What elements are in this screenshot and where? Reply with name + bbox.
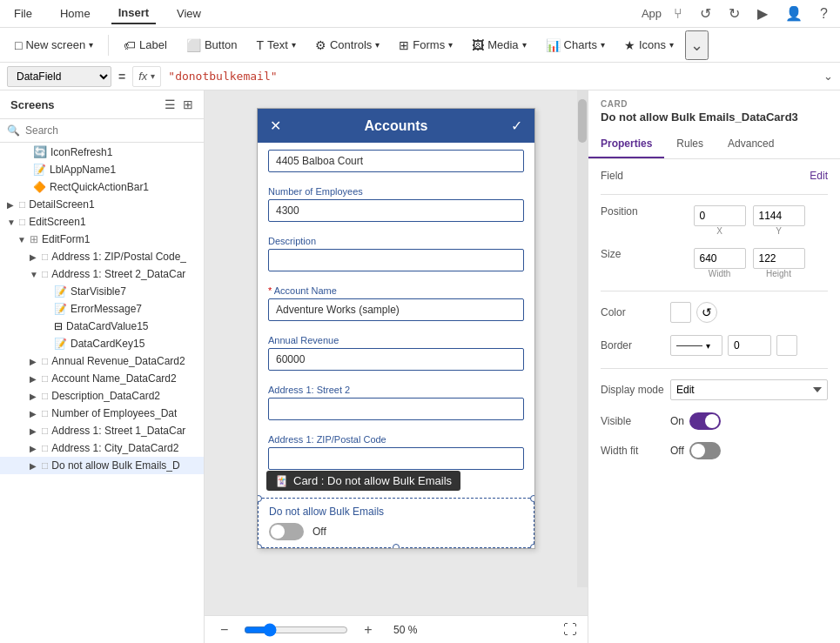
border-color-swatch[interactable]: [776, 335, 797, 356]
charts-button[interactable]: 📊 Charts ▾: [538, 34, 613, 57]
border-style-select[interactable]: ▾: [670, 335, 722, 356]
annual-revenue-input[interactable]: [268, 348, 524, 371]
handle-tl[interactable]: [258, 495, 262, 502]
zoom-out-btn[interactable]: −: [215, 620, 233, 640]
forms-chevron: ▾: [448, 40, 453, 50]
tree-item-datacardkey15[interactable]: 📝 DataCardKey15: [0, 335, 204, 352]
search-input[interactable]: [25, 124, 197, 137]
new-screen-button[interactable]: □ New screen ▾: [7, 34, 101, 57]
icons-btn-text: Icons: [639, 38, 666, 51]
tree-item-address1zip[interactable]: ▶ □ Address 1: ZIP/Postal Code_: [0, 248, 204, 265]
errormessage7-icon: 📝: [54, 303, 67, 315]
zoom-slider[interactable]: [244, 623, 348, 637]
new-screen-icon: □: [15, 38, 22, 52]
tree-item-accountname[interactable]: ▶ □ Account Name_DataCard2: [0, 370, 204, 387]
user-btn[interactable]: 👤: [780, 2, 808, 25]
tab-rules[interactable]: Rules: [664, 131, 716, 158]
pos-y-col: Y: [753, 205, 805, 236]
position-prop-value: X Y: [670, 205, 828, 236]
forms-icon: ⊞: [399, 38, 409, 52]
tree-item-numemployees[interactable]: ▶ □ Number of Employees_Dat: [0, 405, 204, 422]
size-width-input[interactable]: [694, 248, 746, 269]
pos-x-input[interactable]: [694, 205, 746, 226]
label-button[interactable]: 🏷 Label: [116, 34, 175, 57]
field-select[interactable]: DataField: [7, 66, 111, 87]
editscreen1-icon: □: [19, 216, 25, 228]
tree-item-starvisible7[interactable]: 📝 StarVisible7: [0, 283, 204, 300]
account-name-input[interactable]: [268, 298, 524, 321]
handle-br[interactable]: [530, 544, 534, 548]
form-close-btn[interactable]: ✕: [270, 117, 281, 134]
description-input[interactable]: [268, 249, 524, 271]
address1city-arrow: ▶: [30, 444, 42, 453]
undo-btn[interactable]: ↺: [695, 2, 716, 25]
tree-item-rectquick[interactable]: 🔶 RectQuickActionBar1: [0, 178, 204, 196]
handle-bl[interactable]: [258, 544, 262, 548]
tree-item-address1street2[interactable]: ▼ □ Address 1: Street 2_DataCar: [0, 265, 204, 283]
text-button[interactable]: T Text ▾: [249, 34, 304, 57]
address-input[interactable]: [268, 150, 524, 172]
fullscreen-btn[interactable]: ⛶: [563, 622, 577, 638]
field-edit-link[interactable]: Edit: [810, 170, 828, 182]
tree-item-errormessage7[interactable]: 📝 ErrorMessage7: [0, 300, 204, 318]
tree-item-donotallowbulk[interactable]: ▶ □ Do not allow Bulk Emails_D: [0, 457, 204, 474]
formula-input[interactable]: [168, 70, 816, 83]
card-type-label: CARD: [588, 90, 840, 111]
menu-view[interactable]: View: [170, 3, 208, 23]
tree-item-editscreen1[interactable]: ▼ □ EditScreen1: [0, 213, 204, 231]
tab-advanced[interactable]: Advanced: [716, 131, 786, 158]
forms-button[interactable]: ⊞ Forms ▾: [391, 34, 460, 57]
tree-item-datacardvalue15[interactable]: ⊟ DataCardValue15: [0, 318, 204, 335]
media-btn-text: Media: [487, 38, 518, 51]
position-inputs: X Y: [694, 205, 805, 236]
menu-home[interactable]: Home: [53, 3, 97, 23]
tree-item-editform1[interactable]: ▼ ⊞ EditForm1: [0, 231, 204, 248]
menu-file[interactable]: File: [7, 3, 39, 23]
tree-item-annualrev[interactable]: ▶ □ Annual Revenue_DataCard2: [0, 352, 204, 370]
icons-button[interactable]: ★ Icons ▾: [616, 34, 682, 57]
media-button[interactable]: 🖼 Media ▾: [464, 34, 534, 57]
list-view-btn[interactable]: ☰: [165, 97, 176, 111]
controls-chevron: ▾: [375, 40, 380, 50]
tree-item-lblappname1[interactable]: 📝 LblAppName1: [0, 161, 204, 178]
tree-item-detailscreen1[interactable]: ▶ □ DetailScreen1: [0, 196, 204, 213]
screens-actions: ☰ ⊞: [165, 97, 193, 111]
toggle-switch[interactable]: [269, 523, 304, 540]
size-height-input[interactable]: [753, 248, 805, 269]
color-picker-btn[interactable]: ↺: [696, 302, 717, 323]
tree-area: 🔄 IconRefresh1 📝 LblAppName1 🔶 RectQuick…: [0, 143, 204, 643]
button-button[interactable]: ⬜ Button: [178, 34, 245, 57]
fork-icon-btn[interactable]: ⑂: [669, 3, 688, 25]
tree-item-description[interactable]: ▶ □ Description_DataCard2: [0, 387, 204, 405]
menu-insert[interactable]: Insert: [111, 3, 156, 24]
zip-input[interactable]: [268, 447, 524, 470]
border-width-input[interactable]: [728, 335, 771, 356]
grid-view-btn[interactable]: ⊞: [183, 97, 193, 111]
tree-item-iconrefresh1[interactable]: 🔄 IconRefresh1: [0, 143, 204, 161]
media-chevron: ▾: [522, 40, 527, 50]
canvas-vscrollbar[interactable]: [577, 90, 588, 587]
formula-chevron[interactable]: ⌄: [823, 70, 833, 83]
donotallowbulk-label: Do not allow Bulk Emails_D: [51, 459, 179, 472]
canvas-scroll[interactable]: ✕ Accounts ✓ Number of Em: [205, 90, 588, 615]
handle-bc[interactable]: [393, 544, 400, 548]
toolbar-more-btn[interactable]: ⌄: [685, 30, 709, 60]
iconrefresh1-icon: 🔄: [33, 145, 47, 158]
color-swatch[interactable]: [670, 302, 691, 323]
play-btn[interactable]: ▶: [752, 2, 773, 25]
handle-tr[interactable]: [530, 495, 534, 502]
width-fit-toggle[interactable]: [689, 442, 721, 459]
employees-input[interactable]: [268, 199, 524, 222]
redo-btn[interactable]: ↻: [723, 2, 745, 25]
street2-input[interactable]: [268, 398, 524, 420]
tree-item-address1city[interactable]: ▶ □ Address 1: City_DataCard2: [0, 439, 204, 457]
display-mode-select[interactable]: Edit View Disabled: [670, 379, 828, 400]
controls-button[interactable]: ⚙ Controls ▾: [307, 34, 387, 57]
pos-y-input[interactable]: [753, 205, 805, 226]
tab-properties[interactable]: Properties: [588, 131, 664, 158]
visible-toggle[interactable]: [689, 412, 721, 430]
help-btn[interactable]: ?: [815, 3, 833, 25]
tree-item-address1street1[interactable]: ▶ □ Address 1: Street 1_DataCar: [0, 422, 204, 439]
zoom-in-btn[interactable]: +: [359, 620, 377, 640]
form-confirm-btn[interactable]: ✓: [511, 117, 522, 134]
